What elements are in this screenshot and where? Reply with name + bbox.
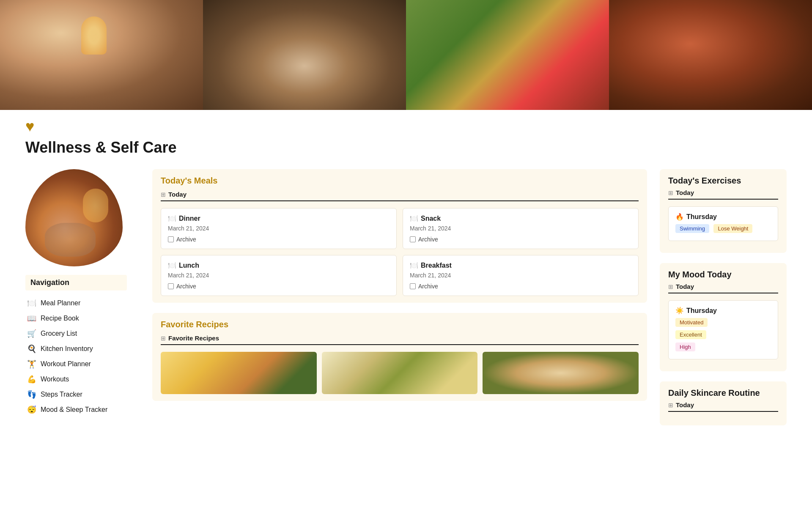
dinner-label: Dinner [179,215,200,222]
profile-avatar [25,169,123,266]
meal-card-dinner[interactable]: 🍽️ Dinner March 21, 2024 Archive [161,208,397,249]
lunch-label: Lunch [179,262,199,269]
exercise-card-thursday[interactable]: 🔥 Thursday Swimming Lose Weight [668,206,778,241]
meal-snack-title: 🍽️ Snack [410,214,631,222]
sidebar: Navigation 🍽️ Meal Planner 📖 Recipe Book… [25,169,140,436]
mood-tab-icon: ⊞ [668,283,673,290]
nav-item-workout-planner[interactable]: 🏋️ Workout Planner [25,356,127,372]
navigation-label: Navigation [25,275,127,290]
main-layout: Navigation 🍽️ Meal Planner 📖 Recipe Book… [0,169,812,436]
nav-item-mood-sleep[interactable]: 😴 Mood & Sleep Tracker [25,402,127,417]
right-panel: Today's Exercises ⊞ Today 🔥 Thursday Swi… [660,169,787,436]
dinner-archive-label: Archive [176,236,196,243]
meal-planner-label: Meal Planner [41,299,80,307]
recipe-book-label: Recipe Book [41,315,79,322]
recipes-tab-label[interactable]: Favorite Recipes [168,334,219,342]
mood-section-title: My Mood Today [668,270,778,280]
dinner-archive-row: Archive [168,236,390,243]
mood-day: ☀️ Thursday [675,307,771,315]
breakfast-archive-row: Archive [410,283,631,290]
meal-card-breakfast[interactable]: 🍽️ Breakfast March 21, 2024 Archive [403,255,639,296]
workouts-label: Workouts [41,375,69,383]
mood-tab-row: ⊞ Today [668,283,778,293]
meals-tab-row: ⊞ Today [161,191,639,201]
snack-icon: 🍽️ [410,214,418,222]
meals-tab-icon: ⊞ [161,191,166,198]
meals-section: Today's Meals ⊞ Today 🍽️ Dinner March 21… [152,169,647,303]
workout-planner-label: Workout Planner [41,360,91,368]
header-image-strip [0,0,812,110]
breakfast-archive-label: Archive [418,283,438,290]
skincare-section-title: Daily Skincare Routine [668,388,778,398]
mood-tab-label[interactable]: Today [676,283,694,290]
recipe-grid [161,352,639,394]
meal-breakfast-title: 🍽️ Breakfast [410,261,631,269]
skincare-tab-row: ⊞ Today [668,401,778,412]
header-img-tea [203,0,406,110]
meals-section-title: Today's Meals [161,176,639,186]
mood-sleep-icon: 😴 [27,405,36,414]
dinner-icon: 🍽️ [168,214,176,222]
center-content: Today's Meals ⊞ Today 🍽️ Dinner March 21… [140,169,660,436]
recipe-thumb-bowl[interactable] [161,352,317,394]
header-img-cozy [0,0,203,110]
recipe-book-icon: 📖 [27,314,36,323]
snack-archive-row: Archive [410,236,631,243]
exercises-section: Today's Exercises ⊞ Today 🔥 Thursday Swi… [660,169,787,253]
exercise-tags: Swimming Lose Weight [675,224,771,235]
heart-icon: ♥ [25,118,812,135]
dinner-date: March 21, 2024 [168,225,390,232]
snack-archive-label: Archive [418,236,438,243]
sun-icon: ☀️ [675,307,684,315]
meals-tab-label[interactable]: Today [168,191,187,198]
mood-tags: Motivated Excellent High [675,318,771,353]
exercises-tab-icon: ⊞ [668,189,673,196]
page-title: Wellness & Self Care [0,139,812,156]
dinner-archive-checkbox[interactable] [168,236,174,242]
workout-planner-icon: 🏋️ [27,359,36,369]
breakfast-archive-checkbox[interactable] [410,283,416,289]
exercises-tab-row: ⊞ Today [668,189,778,200]
tag-lose-weight: Lose Weight [713,224,752,233]
recipe-thumb-rice[interactable] [322,352,478,394]
lunch-archive-row: Archive [168,283,390,290]
nav-item-workouts[interactable]: 💪 Workouts [25,372,127,387]
workouts-icon: 💪 [27,375,36,384]
nav-item-steps-tracker[interactable]: 👣 Steps Tracker [25,387,127,402]
tag-excellent: Excellent [675,330,706,339]
mood-day-label: Thursday [686,307,717,315]
exercise-day: 🔥 Thursday [675,213,771,221]
breakfast-label: Breakfast [421,262,452,269]
lunch-archive-label: Archive [176,283,196,290]
snack-archive-checkbox[interactable] [410,236,416,242]
meal-dinner-title: 🍽️ Dinner [168,214,390,222]
mood-card-thursday[interactable]: ☀️ Thursday Motivated Excellent High [668,300,778,359]
meal-planner-icon: 🍽️ [27,299,36,308]
tag-motivated: Motivated [675,318,708,327]
meal-grid: 🍽️ Dinner March 21, 2024 Archive 🍽️ Snac… [161,208,639,296]
recipe-thumb-quiche[interactable] [483,352,639,394]
skincare-tab-label[interactable]: Today [676,401,694,408]
kitchen-inventory-label: Kitchen Inventory [41,345,93,353]
meal-card-snack[interactable]: 🍽️ Snack March 21, 2024 Archive [403,208,639,249]
lunch-icon: 🍽️ [168,261,176,269]
exercises-tab-label[interactable]: Today [676,189,694,196]
nav-item-recipe-book[interactable]: 📖 Recipe Book [25,311,127,326]
header-img-autumn [609,0,812,110]
recipes-section-title: Favorite Recipes [161,320,639,329]
nav-item-meal-planner[interactable]: 🍽️ Meal Planner [25,296,127,311]
meal-card-lunch[interactable]: 🍽️ Lunch March 21, 2024 Archive [161,255,397,296]
recipes-section: Favorite Recipes ⊞ Favorite Recipes [152,313,647,401]
exercise-day-label: Thursday [686,213,717,221]
grocery-list-icon: 🛒 [27,329,36,338]
lunch-date: March 21, 2024 [168,272,390,279]
nav-item-kitchen-inventory[interactable]: 🍳 Kitchen Inventory [25,341,127,356]
lunch-archive-checkbox[interactable] [168,283,174,289]
meal-lunch-title: 🍽️ Lunch [168,261,390,269]
tag-swimming: Swimming [675,224,709,233]
header-img-food [406,0,609,110]
nav-item-grocery-list[interactable]: 🛒 Grocery List [25,326,127,341]
mood-section: My Mood Today ⊞ Today ☀️ Thursday Motiva… [660,263,787,371]
recipes-tab-icon: ⊞ [161,335,166,342]
breakfast-date: March 21, 2024 [410,272,631,279]
